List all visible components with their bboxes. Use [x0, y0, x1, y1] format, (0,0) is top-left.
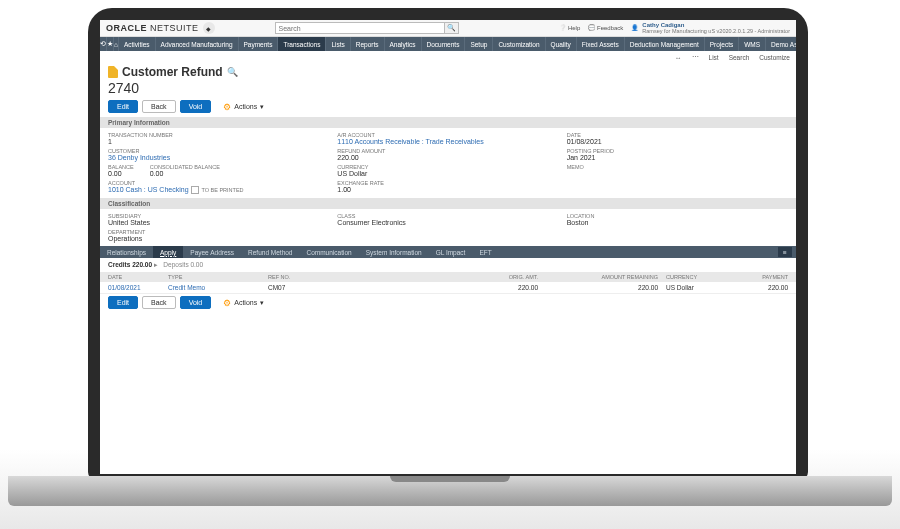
account-link[interactable]: 1010 Cash : US Checking	[108, 186, 189, 193]
section-classification-header: Classification	[100, 198, 796, 209]
nav-item-wms[interactable]: WMS	[739, 37, 766, 51]
nav-item-deduction-management[interactable]: Deduction Management	[625, 37, 705, 51]
field-value: 220.00	[337, 154, 558, 161]
main-nav: ⟲ ★ ⌂ ActivitiesAdvanced ManufacturingPa…	[100, 37, 796, 51]
back-button-bottom[interactable]: Back	[142, 296, 176, 309]
nav-item-activities[interactable]: Activities	[119, 37, 156, 51]
subtab-eft[interactable]: EFT	[472, 246, 498, 258]
void-button[interactable]: Void	[180, 100, 212, 113]
subtab-payee-address[interactable]: Payee Address	[183, 246, 241, 258]
nav-item-payments[interactable]: Payments	[239, 37, 279, 51]
user-role: Ramsey for Manufacturing uS v2020.2.0.1.…	[642, 28, 790, 34]
field-value: 0.00	[150, 170, 220, 177]
row-date-link[interactable]: 01/08/2021	[108, 284, 168, 291]
subtab-system-information[interactable]: System Information	[359, 246, 429, 258]
field-value: 1.00	[337, 186, 558, 193]
apply-summary: Credits 220.00 ▸ Deposits 0.00	[100, 258, 796, 272]
subtab-gl-impact[interactable]: GL Impact	[429, 246, 473, 258]
document-icon	[108, 66, 118, 78]
edit-button[interactable]: Edit	[108, 100, 138, 113]
field-value: US Dollar	[337, 170, 558, 177]
chevron-down-icon: ▾	[260, 299, 264, 307]
toolbar-expand-icon[interactable]: ↔	[675, 54, 682, 61]
toolbar-more-icon[interactable]: ⋯	[692, 53, 699, 61]
row-remaining: 220.00	[538, 284, 658, 291]
global-search-input[interactable]	[275, 22, 445, 34]
field-value: Jan 2021	[567, 154, 788, 161]
subtab-apply[interactable]: Apply	[153, 246, 183, 258]
nav-item-advanced-manufacturing[interactable]: Advanced Manufacturing	[156, 37, 239, 51]
nav-item-quality[interactable]: Quality	[546, 37, 577, 51]
nav-item-projects[interactable]: Projects	[705, 37, 739, 51]
subtab-refund-method[interactable]: Refund Method	[241, 246, 299, 258]
sub-tabs: RelationshipsApplyPayee AddressRefund Me…	[100, 246, 796, 258]
feedback-link[interactable]: 💬 Feedback	[588, 24, 623, 31]
user-name: Cathy Cadigan	[642, 22, 790, 29]
chevron-down-icon: ▾	[260, 103, 264, 111]
nav-star-icon[interactable]: ★	[107, 37, 114, 51]
field-value: Operations	[108, 235, 329, 242]
toolbar-search[interactable]: Search	[729, 54, 750, 61]
nav-item-demo-assist[interactable]: Demo Assist	[766, 37, 796, 51]
brand-logo: ORACLE NETSUITE	[106, 23, 199, 33]
subtab-expand-icon[interactable]: ≡	[778, 247, 792, 257]
page-title: Customer Refund	[122, 65, 223, 79]
row-ref: CM07	[268, 284, 408, 291]
row-orig-amt: 220.00	[408, 284, 538, 291]
nav-item-documents[interactable]: Documents	[422, 37, 466, 51]
nav-item-customization[interactable]: Customization	[493, 37, 545, 51]
table-row[interactable]: 01/08/2021Credit MemoCM07220.00220.00US …	[100, 282, 796, 294]
nav-item-reports[interactable]: Reports	[351, 37, 385, 51]
customer-link[interactable]: 36 Denby Industries	[108, 154, 329, 161]
gear-icon: ⚙	[223, 298, 231, 308]
help-link[interactable]: ❔ Help	[559, 24, 580, 31]
actions-menu[interactable]: ⚙Actions▾	[223, 102, 264, 112]
ar-account-link[interactable]: 1110 Accounts Receivable : Trade Receiva…	[337, 138, 558, 145]
user-menu[interactable]: 👤 Cathy Cadigan Ramsey for Manufacturing…	[631, 22, 790, 35]
row-type-link[interactable]: Credit Memo	[168, 284, 268, 291]
field-value: 0.00	[108, 170, 134, 177]
actions-menu-bottom[interactable]: ⚙Actions▾	[223, 298, 264, 308]
to-be-printed-checkbox[interactable]	[191, 186, 199, 194]
gear-icon: ⚙	[223, 102, 231, 112]
field-value: Consumer Electronics	[337, 219, 558, 226]
credits-table-header: DATE TYPE REF NO. ORIG. AMT. AMOUNT REMA…	[100, 272, 796, 282]
toolbar-customize[interactable]: Customize	[759, 54, 790, 61]
nav-item-transactions[interactable]: Transactions	[278, 37, 326, 51]
toolbar-list[interactable]: List	[709, 54, 719, 61]
field-label: TO BE PRINTED	[202, 187, 244, 193]
nav-item-analytics[interactable]: Analytics	[385, 37, 422, 51]
global-search-button[interactable]: 🔍	[445, 22, 459, 34]
title-search-icon[interactable]: 🔍	[227, 67, 238, 77]
field-label: MEMO	[567, 164, 788, 170]
nav-item-setup[interactable]: Setup	[465, 37, 493, 51]
back-button[interactable]: Back	[142, 100, 176, 113]
search-icon: 🔍	[447, 24, 456, 32]
field-value: 1	[108, 138, 329, 145]
user-icon: 👤	[631, 24, 638, 31]
edit-button-bottom[interactable]: Edit	[108, 296, 138, 309]
field-value: 01/08/2021	[567, 138, 788, 145]
app-switcher-icon[interactable]: ◆	[203, 22, 215, 34]
section-primary-header: Primary Information	[100, 117, 796, 128]
subtab-relationships[interactable]: Relationships	[100, 246, 153, 258]
row-payment: 220.00	[738, 284, 788, 291]
field-value: United States	[108, 219, 329, 226]
nav-history-icon[interactable]: ⟲	[100, 37, 107, 51]
field-value: Boston	[567, 219, 788, 226]
nav-item-lists[interactable]: Lists	[326, 37, 350, 51]
nav-item-fixed-assets[interactable]: Fixed Assets	[577, 37, 625, 51]
record-number: 2740	[108, 80, 788, 96]
row-currency: US Dollar	[658, 284, 738, 291]
void-button-bottom[interactable]: Void	[180, 296, 212, 309]
subtab-communication[interactable]: Communication	[299, 246, 358, 258]
